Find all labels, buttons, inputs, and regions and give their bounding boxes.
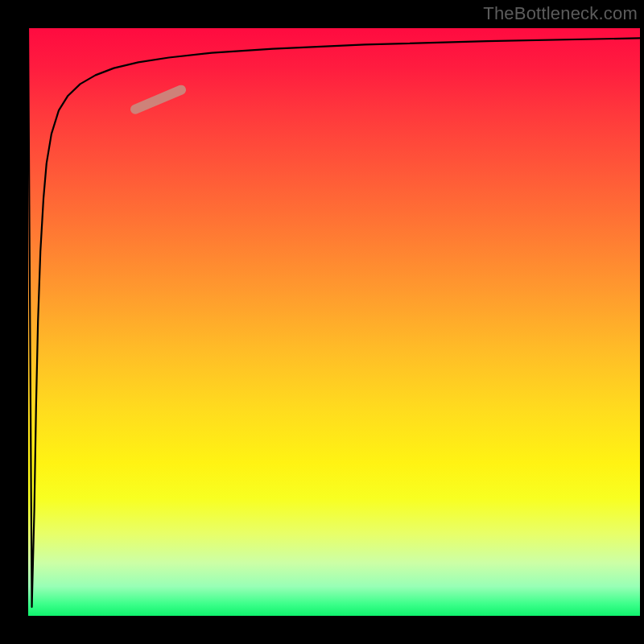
bottleneck-curve [28,28,640,607]
attribution-text: TheBottleneck.com [483,3,638,24]
curve-layer [28,28,640,616]
chart-stage: TheBottleneck.com [0,0,644,644]
plot-area [28,28,640,616]
highlight-marker [135,90,181,109]
